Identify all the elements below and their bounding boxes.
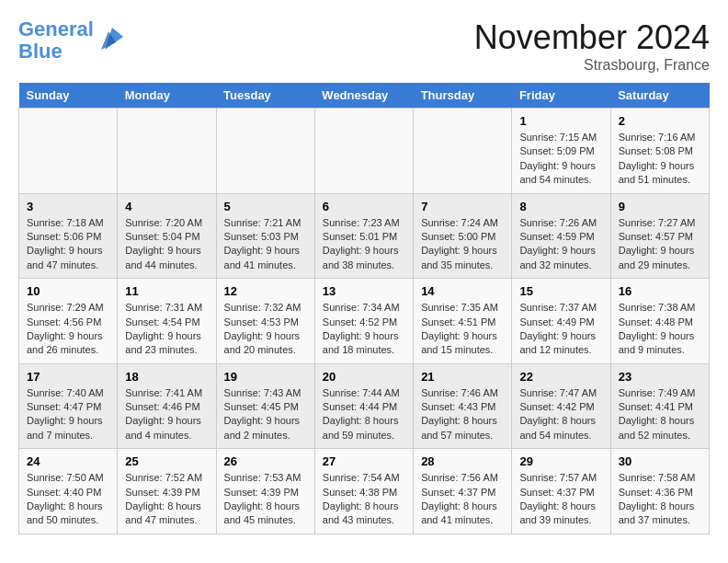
day-number: 6 xyxy=(323,200,405,213)
header-thursday: Thursday xyxy=(414,83,512,109)
day-number: 29 xyxy=(519,454,602,468)
day-info: Sunrise: 7:44 AM Sunset: 4:44 PM Dayligh… xyxy=(323,386,405,443)
location: Strasbourg, France xyxy=(474,57,710,74)
day-cell: 5Sunrise: 7:21 AM Sunset: 5:03 PM Daylig… xyxy=(216,193,314,279)
header-sunday: Sunday xyxy=(19,83,118,109)
logo-line1: General xyxy=(18,17,94,40)
day-number: 24 xyxy=(27,454,109,468)
day-info: Sunrise: 7:47 AM Sunset: 4:42 PM Dayligh… xyxy=(519,386,602,443)
day-number: 23 xyxy=(619,370,701,384)
day-cell: 29Sunrise: 7:57 AM Sunset: 4:37 PM Dayli… xyxy=(512,449,610,534)
day-number: 26 xyxy=(224,454,307,468)
logo-line2: Blue xyxy=(18,40,63,63)
day-cell xyxy=(216,109,314,194)
day-info: Sunrise: 7:23 AM Sunset: 5:01 PM Dayligh… xyxy=(323,216,405,273)
day-info: Sunrise: 7:18 AM Sunset: 5:06 PM Dayligh… xyxy=(27,216,109,273)
day-info: Sunrise: 7:31 AM Sunset: 4:54 PM Dayligh… xyxy=(125,301,208,358)
day-cell: 11Sunrise: 7:31 AM Sunset: 4:54 PM Dayli… xyxy=(118,279,216,364)
day-number: 17 xyxy=(27,370,109,384)
day-number: 1 xyxy=(519,114,602,128)
day-number: 22 xyxy=(519,370,602,384)
day-cell: 26Sunrise: 7:53 AM Sunset: 4:39 PM Dayli… xyxy=(216,449,314,534)
header-monday: Monday xyxy=(118,83,216,109)
day-info: Sunrise: 7:15 AM Sunset: 5:09 PM Dayligh… xyxy=(519,131,602,188)
day-info: Sunrise: 7:54 AM Sunset: 4:38 PM Dayligh… xyxy=(323,471,405,528)
day-cell: 3Sunrise: 7:18 AM Sunset: 5:06 PM Daylig… xyxy=(19,193,118,279)
day-cell: 16Sunrise: 7:38 AM Sunset: 4:48 PM Dayli… xyxy=(610,279,709,364)
day-info: Sunrise: 7:27 AM Sunset: 4:57 PM Dayligh… xyxy=(619,216,701,273)
day-number: 3 xyxy=(27,200,109,213)
day-cell: 24Sunrise: 7:50 AM Sunset: 4:40 PM Dayli… xyxy=(19,449,118,534)
day-cell: 2Sunrise: 7:16 AM Sunset: 5:08 PM Daylig… xyxy=(610,109,709,194)
logo: General Blue xyxy=(18,18,127,63)
calendar-table: SundayMondayTuesdayWednesdayThursdayFrid… xyxy=(18,83,710,534)
day-number: 2 xyxy=(619,114,701,128)
header-tuesday: Tuesday xyxy=(216,83,314,109)
day-cell: 21Sunrise: 7:46 AM Sunset: 4:43 PM Dayli… xyxy=(414,363,512,449)
month-title: November 2024 xyxy=(474,18,710,57)
day-cell: 1Sunrise: 7:15 AM Sunset: 5:09 PM Daylig… xyxy=(512,109,610,194)
day-cell: 9Sunrise: 7:27 AM Sunset: 4:57 PM Daylig… xyxy=(610,193,709,279)
day-number: 11 xyxy=(125,284,208,298)
day-cell: 12Sunrise: 7:32 AM Sunset: 4:53 PM Dayli… xyxy=(216,279,314,364)
day-cell: 28Sunrise: 7:56 AM Sunset: 4:37 PM Dayli… xyxy=(414,449,512,534)
day-info: Sunrise: 7:40 AM Sunset: 4:47 PM Dayligh… xyxy=(27,386,109,443)
day-info: Sunrise: 7:53 AM Sunset: 4:39 PM Dayligh… xyxy=(224,471,307,528)
week-row-1: 3Sunrise: 7:18 AM Sunset: 5:06 PM Daylig… xyxy=(19,193,710,279)
day-cell xyxy=(414,109,512,194)
day-info: Sunrise: 7:56 AM Sunset: 4:37 PM Dayligh… xyxy=(421,471,504,528)
day-info: Sunrise: 7:46 AM Sunset: 4:43 PM Dayligh… xyxy=(421,386,504,443)
day-number: 30 xyxy=(619,454,701,468)
day-number: 25 xyxy=(125,454,208,468)
day-number: 7 xyxy=(421,200,504,213)
week-row-0: 1Sunrise: 7:15 AM Sunset: 5:09 PM Daylig… xyxy=(19,109,710,194)
day-cell: 4Sunrise: 7:20 AM Sunset: 5:04 PM Daylig… xyxy=(118,193,216,279)
day-cell: 25Sunrise: 7:52 AM Sunset: 4:39 PM Dayli… xyxy=(118,449,216,534)
header-friday: Friday xyxy=(512,83,610,109)
day-number: 19 xyxy=(224,370,307,384)
day-cell: 19Sunrise: 7:43 AM Sunset: 4:45 PM Dayli… xyxy=(216,363,314,449)
day-info: Sunrise: 7:37 AM Sunset: 4:49 PM Dayligh… xyxy=(519,301,602,358)
day-info: Sunrise: 7:41 AM Sunset: 4:46 PM Dayligh… xyxy=(125,386,208,443)
day-info: Sunrise: 7:52 AM Sunset: 4:39 PM Dayligh… xyxy=(125,471,208,528)
week-row-4: 24Sunrise: 7:50 AM Sunset: 4:40 PM Dayli… xyxy=(19,449,710,534)
day-number: 21 xyxy=(421,370,504,384)
day-cell: 30Sunrise: 7:58 AM Sunset: 4:36 PM Dayli… xyxy=(610,449,709,534)
day-cell: 22Sunrise: 7:47 AM Sunset: 4:42 PM Dayli… xyxy=(512,363,610,449)
day-info: Sunrise: 7:29 AM Sunset: 4:56 PM Dayligh… xyxy=(27,301,109,358)
calendar-header-row: SundayMondayTuesdayWednesdayThursdayFrid… xyxy=(19,83,710,109)
day-info: Sunrise: 7:34 AM Sunset: 4:52 PM Dayligh… xyxy=(323,301,405,358)
header-saturday: Saturday xyxy=(610,83,709,109)
day-number: 13 xyxy=(323,284,405,298)
day-number: 15 xyxy=(519,284,602,298)
day-cell: 23Sunrise: 7:49 AM Sunset: 4:41 PM Dayli… xyxy=(610,363,709,449)
day-cell: 8Sunrise: 7:26 AM Sunset: 4:59 PM Daylig… xyxy=(512,193,610,279)
day-cell: 13Sunrise: 7:34 AM Sunset: 4:52 PM Dayli… xyxy=(314,279,413,364)
page-header: General Blue November 2024 Strasbourg, F… xyxy=(18,18,710,74)
day-number: 20 xyxy=(323,370,405,384)
week-row-3: 17Sunrise: 7:40 AM Sunset: 4:47 PM Dayli… xyxy=(19,363,710,449)
day-info: Sunrise: 7:20 AM Sunset: 5:04 PM Dayligh… xyxy=(125,216,208,273)
day-number: 10 xyxy=(27,284,109,298)
day-cell xyxy=(19,109,118,194)
day-number: 8 xyxy=(519,200,602,213)
day-info: Sunrise: 7:50 AM Sunset: 4:40 PM Dayligh… xyxy=(27,471,109,528)
day-cell: 7Sunrise: 7:24 AM Sunset: 5:00 PM Daylig… xyxy=(414,193,512,279)
day-cell: 18Sunrise: 7:41 AM Sunset: 4:46 PM Dayli… xyxy=(118,363,216,449)
day-info: Sunrise: 7:38 AM Sunset: 4:48 PM Dayligh… xyxy=(619,301,701,358)
day-cell: 15Sunrise: 7:37 AM Sunset: 4:49 PM Dayli… xyxy=(512,279,610,364)
day-number: 5 xyxy=(224,200,307,213)
title-block: November 2024 Strasbourg, France xyxy=(474,18,710,74)
day-cell: 17Sunrise: 7:40 AM Sunset: 4:47 PM Dayli… xyxy=(19,363,118,449)
day-info: Sunrise: 7:43 AM Sunset: 4:45 PM Dayligh… xyxy=(224,386,307,443)
logo-icon xyxy=(97,24,127,57)
day-cell xyxy=(118,109,216,194)
day-number: 14 xyxy=(421,284,504,298)
day-number: 9 xyxy=(619,200,701,213)
day-cell: 20Sunrise: 7:44 AM Sunset: 4:44 PM Dayli… xyxy=(314,363,413,449)
day-cell: 27Sunrise: 7:54 AM Sunset: 4:38 PM Dayli… xyxy=(314,449,413,534)
week-row-2: 10Sunrise: 7:29 AM Sunset: 4:56 PM Dayli… xyxy=(19,279,710,364)
day-info: Sunrise: 7:58 AM Sunset: 4:36 PM Dayligh… xyxy=(619,471,701,528)
day-number: 16 xyxy=(619,284,701,298)
header-wednesday: Wednesday xyxy=(314,83,413,109)
